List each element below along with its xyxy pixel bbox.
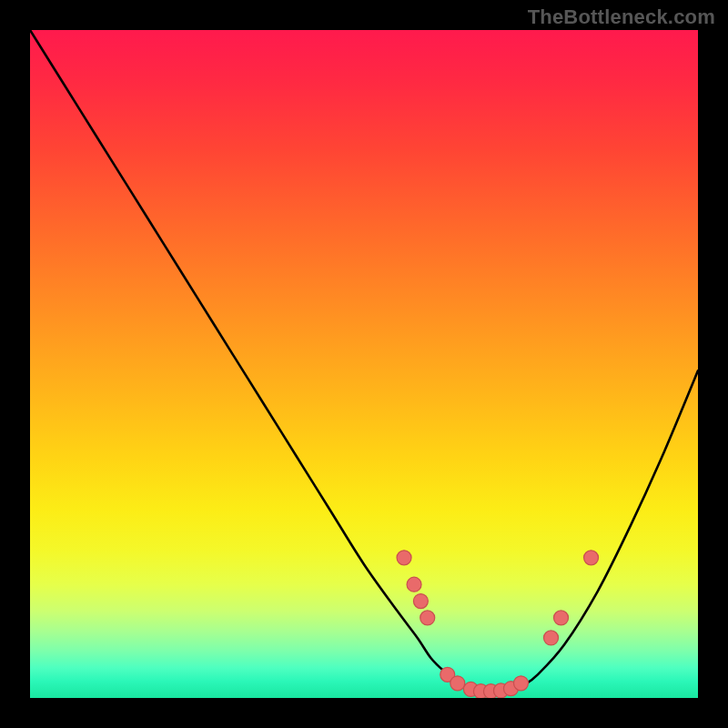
- curve-marker: [450, 676, 465, 691]
- curve-marker: [554, 611, 569, 625]
- curve-marker: [584, 551, 599, 565]
- chart-container: TheBottleneck.com: [0, 0, 728, 728]
- curve-marker: [407, 577, 421, 592]
- attribution-text: TheBottleneck.com: [528, 5, 715, 29]
- curve-marker: [420, 611, 435, 625]
- curve-marker: [397, 551, 411, 565]
- curve-markers: [397, 551, 599, 698]
- curve-marker: [413, 594, 428, 609]
- bottleneck-curve: [30, 30, 698, 692]
- curve-marker: [513, 676, 528, 691]
- plot-area: [30, 30, 698, 698]
- curve-layer: [30, 30, 698, 698]
- curve-marker: [544, 631, 559, 645]
